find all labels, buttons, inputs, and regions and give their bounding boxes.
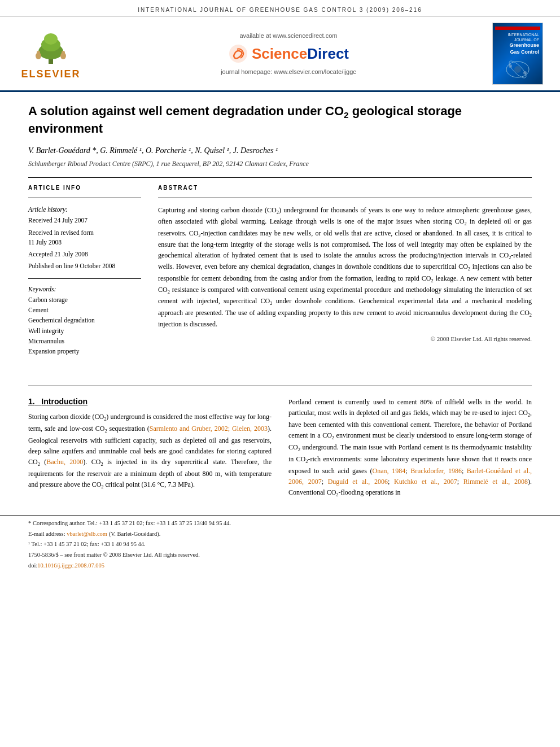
footnote-doi-label: doi: — [28, 562, 37, 569]
body-right-col: Portland cement is currently used to cem… — [288, 397, 532, 504]
copyright-text: © 2008 Elsevier Ltd. All rights reserved… — [158, 335, 532, 342]
cover-greenhouse-text: Greenhouse — [509, 42, 539, 48]
divider-1 — [28, 177, 532, 178]
history-label: Article history: Received 24 July 2007 — [28, 205, 141, 226]
journal-title: INTERNATIONAL JOURNAL OF GREENHOUSE GAS … — [138, 7, 422, 13]
ref-kutchko[interactable]: Kutchko et al., 2007 — [394, 478, 457, 486]
cover-top-bar — [495, 27, 540, 30]
footnote-email-label: E-mail address: — [28, 531, 65, 537]
keyword-6: Expansion property — [28, 346, 141, 356]
keyword-2: Cement — [28, 305, 141, 315]
journal-header: INTERNATIONAL JOURNAL OF GREENHOUSE GAS … — [0, 0, 560, 17]
svg-point-12 — [509, 64, 512, 68]
abstract-paragraph: Capturing and storing carbon dioxide (CO… — [158, 205, 532, 330]
cover-title-text: INTERNATIONAL JOURNAL OF Greenhouse Gas … — [495, 32, 540, 56]
sd-text: ScienceDirect — [252, 45, 349, 63]
authors-text: V. Barlet-Gouédard *, G. Rimmelé ¹, O. P… — [28, 146, 278, 155]
elsevier-tree-icon — [28, 28, 73, 67]
section1-heading: 1. Introduction — [28, 397, 272, 406]
ref-onan[interactable]: Onan, 1984 — [373, 467, 406, 475]
keywords-label: Keywords: — [28, 286, 141, 292]
cover-gas-text: Gas Control — [510, 49, 539, 55]
ref-sarmiento[interactable]: Sarmiento and Gruber, 2002; Gielen, 2003 — [150, 425, 268, 433]
abstract-text: Capturing and storing carbon dioxide (CO… — [158, 205, 532, 330]
divider-abstract — [158, 198, 532, 198]
footnotes: * Corresponding author. Tel.: +33 1 45 3… — [0, 515, 560, 578]
body-left-text: Storing carbon dioxide (CO2) underground… — [28, 412, 272, 491]
divider-info — [28, 198, 141, 198]
body-divider — [28, 385, 532, 386]
received1-text: Received 24 July 2007 — [28, 217, 88, 224]
page: INTERNATIONAL JOURNAL OF GREENHOUSE GAS … — [0, 0, 560, 747]
divider-keywords — [28, 278, 141, 279]
authors: V. Barlet-Gouédard *, G. Rimmelé ¹, O. P… — [28, 146, 532, 155]
affiliation-text: Schlumberger Riboud Product Centre (SRPC… — [28, 160, 309, 168]
footnote-doi: doi:10.1016/j.ijggc.2008.07.005 — [28, 561, 532, 571]
keyword-4: Well integrity — [28, 326, 141, 336]
sd-swirl-icon — [228, 43, 248, 64]
ref-rimmele[interactable]: Rimmelé et al., 2008 — [463, 478, 528, 486]
article-content: A solution against well cement degradati… — [0, 92, 560, 368]
svg-point-8 — [229, 45, 247, 63]
article-info-abstract: ARTICLE INFO Article history: Received 2… — [28, 185, 532, 357]
body-left-col: 1. Introduction Storing carbon dioxide (… — [28, 397, 272, 504]
body-two-col: 1. Introduction Storing carbon dioxide (… — [28, 397, 532, 504]
affiliation: Schlumberger Riboud Product Centre (SRPC… — [28, 160, 532, 168]
body-content: 1. Introduction Storing carbon dioxide (… — [0, 368, 560, 515]
elsevier-brand-text: ELSEVIER — [21, 68, 80, 80]
footnote-email-link[interactable]: vbarlet@slb.com — [67, 531, 107, 537]
elsevier-logo: ELSEVIER — [17, 28, 85, 80]
svg-point-13 — [523, 71, 527, 75]
cover-intl-text: INTERNATIONAL JOURNAL OF — [495, 32, 539, 42]
history-label-text: Article history: — [28, 205, 141, 215]
journal-banner: ELSEVIER available at www.sciencedirect.… — [0, 17, 560, 92]
body-right-text: Portland cement is currently used to cem… — [288, 397, 532, 499]
keyword-5: Microannulus — [28, 336, 141, 346]
footnote-issn: 1750-5836/$ – see front matter © 2008 El… — [28, 551, 532, 560]
body-right-paragraph: Portland cement is currently used to cem… — [288, 397, 532, 499]
available-text: available at www.sciencedirect.com — [85, 32, 492, 39]
received2-text: 11 July 2008 — [28, 239, 62, 246]
banner-center: available at www.sciencedirect.com Scien… — [85, 32, 492, 75]
keyword-1: Carbon storage — [28, 295, 141, 305]
sciencedirect-logo: ScienceDirect — [85, 43, 492, 64]
body-left-paragraph: Storing carbon dioxide (CO2) underground… — [28, 412, 272, 491]
article-info-label: ARTICLE INFO — [28, 185, 141, 191]
cover-graphic-icon — [504, 58, 532, 81]
abstract-label: ABSTRACT — [158, 185, 532, 191]
svg-point-3 — [44, 33, 58, 45]
journal-cover: INTERNATIONAL JOURNAL OF Greenhouse Gas … — [492, 23, 543, 85]
footnote-email-name: (V. Barlet-Gouédard). — [109, 531, 161, 537]
footnote-doi-link[interactable]: 10.1016/j.ijggc.2008.07.005 — [37, 562, 104, 569]
revised-label-text: Received in revised form — [28, 229, 94, 236]
article-title: A solution against well cement degradati… — [28, 103, 532, 137]
accepted-text: Accepted 21 July 2008 — [28, 250, 141, 259]
article-info-col: ARTICLE INFO Article history: Received 2… — [28, 185, 141, 357]
svg-point-5 — [37, 51, 40, 54]
footnote-email: E-mail address: vbarlet@slb.com (V. Barl… — [28, 530, 532, 539]
ref-bachu[interactable]: Bachu, 2000 — [46, 458, 83, 466]
published-text: Published on line 9 October 2008 — [28, 261, 141, 271]
section1-title: Introduction — [41, 397, 88, 406]
svg-point-7 — [62, 51, 65, 54]
svg-point-11 — [514, 66, 521, 73]
keywords-list: Carbon storage Cement Geochemical degrad… — [28, 295, 141, 357]
keyword-3: Geochemical degradation — [28, 315, 141, 325]
footnote-note1: ¹ Tel.: +33 1 45 37 21 02; fax: +33 1 40… — [28, 540, 532, 549]
footnote-corresponding-text: * Corresponding author. Tel.: +33 1 45 3… — [28, 520, 231, 526]
revised-label: Received in revised form 11 July 2008 — [28, 228, 141, 248]
ref-bruckdorfer[interactable]: Bruckdorfer, 1986 — [410, 467, 462, 475]
journal-homepage: journal homepage: www.elsevier.com/locat… — [85, 68, 492, 75]
ref-duguid[interactable]: Duguid et al., 2006 — [328, 478, 388, 486]
section1-number: 1. — [28, 397, 35, 406]
footnote-corresponding: * Corresponding author. Tel.: +33 1 45 3… — [28, 519, 532, 528]
abstract-col: ABSTRACT Capturing and storing carbon di… — [158, 185, 532, 357]
